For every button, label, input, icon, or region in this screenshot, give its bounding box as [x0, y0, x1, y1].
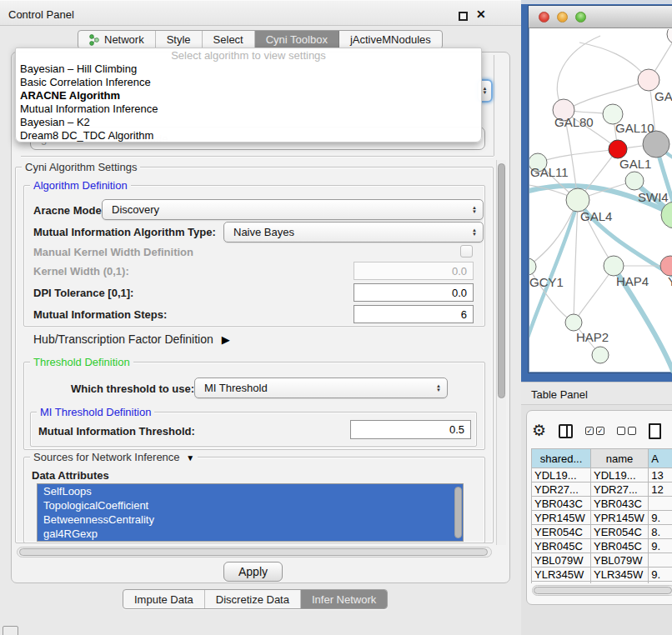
attribute-list-scrollbar[interactable]: [454, 487, 462, 538]
minimize-traffic-light[interactable]: [557, 12, 568, 22]
settings-horizontal-thumb[interactable]: [19, 548, 488, 556]
table-row[interactable]: YDR27...YDR27...12: [532, 482, 672, 497]
manual-kernel-checkbox[interactable]: [460, 245, 473, 258]
which-threshold-combo[interactable]: MI Threshold ▲▼: [194, 378, 448, 398]
table-row[interactable]: YBL079WYBL079W: [532, 553, 672, 568]
node-unlabeled-bottom[interactable]: [592, 347, 609, 363]
tab-cyni-toolbox[interactable]: Cyni Toolbox: [255, 31, 339, 48]
network-canvas[interactable]: GAL GAL80 GAL10 GAL1 GAL11 GAL4 SWI4 GCY…: [529, 29, 672, 373]
export-table-icon[interactable]: [649, 423, 661, 439]
manual-kernel-label: Manual Kernel Width Definition: [33, 246, 193, 258]
node-hap2[interactable]: [565, 314, 582, 331]
node-label: HAP4: [616, 274, 649, 288]
node-unlabeled-top[interactable]: [667, 29, 672, 44]
settings-vertical-scrollbar[interactable]: [496, 160, 506, 545]
popup-item-aracne[interactable]: ARACNE Algorithm: [16, 89, 481, 102]
hub-definition-toggle[interactable]: Hub/Transcription Factor Definition ▶: [33, 332, 230, 346]
mi-steps-label: Mutual Information Steps:: [33, 308, 167, 321]
data-attributes-label: Data Attributes: [32, 469, 109, 482]
table-row[interactable]: YLR345WYLR345W9.: [532, 568, 672, 582]
tab-style[interactable]: Style: [156, 31, 203, 48]
popup-item-dream8[interactable]: Dream8 DC_TDC Algorithm: [16, 129, 481, 142]
node-label: GAL4: [580, 209, 612, 223]
dpi-tolerance-input[interactable]: 0.0: [354, 283, 474, 302]
table-row[interactable]: YIL052CYIL052C9.: [532, 582, 672, 584]
popup-item-bayesian-hill-climbing[interactable]: Bayesian – Hill Climbing: [16, 62, 481, 76]
list-item-gal4rgexp[interactable]: gal4RGexp: [38, 527, 463, 541]
mi-steps-input[interactable]: 6: [354, 305, 474, 323]
table-horizontal-thumb[interactable]: [534, 587, 672, 594]
table-viewport: shared... name A YDL19...YDL19...13 YDR2…: [531, 448, 672, 583]
panel-grip-button[interactable]: [3, 626, 18, 635]
node-attribute-table: shared... name A YDL19...YDL19...13 YDR2…: [531, 448, 672, 583]
column-header-name[interactable]: name: [590, 449, 648, 468]
apply-button[interactable]: Apply: [223, 562, 283, 582]
sources-group-title[interactable]: Sources for Network Inference ▼: [30, 451, 198, 463]
stepper-icon: ▲▼: [472, 206, 477, 214]
mi-threshold-group-title: MI Threshold Definition: [37, 406, 154, 418]
table-row[interactable]: YDL19...YDL19...13: [532, 468, 672, 482]
node-swi4[interactable]: [625, 172, 644, 190]
tab-network-label: Network: [104, 33, 144, 46]
table-row[interactable]: YBR043CYBR043C: [532, 497, 672, 511]
close-icon[interactable]: ✕: [476, 8, 486, 21]
float-window-icon[interactable]: [459, 12, 468, 21]
list-item-selfloops[interactable]: SelfLoops: [38, 484, 463, 498]
kernel-width-input[interactable]: 0.0: [354, 262, 474, 280]
threshold-definition-title: Threshold Definition: [30, 356, 133, 368]
mi-type-combo[interactable]: Naive Bayes ▲▼: [223, 222, 484, 242]
node-label: GAL11: [530, 165, 569, 179]
network-window-titlebar[interactable]: [529, 6, 672, 28]
node-label: GAL10: [615, 121, 654, 135]
node-label: Y: [668, 274, 672, 288]
list-item-betweennesscentrality[interactable]: BetweennessCentrality: [38, 512, 463, 527]
table-row[interactable]: YPR145WYPR145W9.: [532, 511, 672, 525]
mi-threshold-input[interactable]: 0.5: [350, 420, 471, 439]
table-panel-header: Table Panel: [521, 382, 672, 405]
node-label: SWI4: [638, 190, 669, 204]
tab-discretize-data[interactable]: Discretize Data: [205, 590, 301, 608]
tab-jactivemnodules[interactable]: jActiveMNodules: [339, 31, 442, 48]
node-gal4[interactable]: [566, 188, 589, 212]
table-panel: ⚙ ✓ ✓ shared... name A YDL19...YDL19...1…: [526, 410, 672, 605]
control-panel-tabs: Network Style Select Cyni Toolbox jActiv…: [78, 30, 443, 49]
node-label: GAL80: [554, 115, 594, 129]
popup-item-mutual-information[interactable]: Mutual Information Inference: [16, 102, 481, 116]
settings-vertical-thumb[interactable]: [498, 163, 505, 398]
table-row[interactable]: YER054CYER054C8.: [532, 525, 672, 539]
background-group-border-bottom: [21, 156, 494, 158]
list-item-topologicalcoefficient[interactable]: TopologicalCoefficient: [38, 498, 463, 512]
node-gal1-red[interactable]: [609, 140, 627, 158]
control-panel-header: Control Panel ✕: [0, 0, 521, 26]
tab-select[interactable]: Select: [203, 31, 255, 48]
table-horizontal-scrollbar[interactable]: [532, 585, 672, 596]
columns-icon[interactable]: [559, 424, 573, 438]
desktop-top-strip: [521, 0, 672, 4]
close-traffic-light[interactable]: [539, 12, 549, 22]
settings-horizontal-scrollbar[interactable]: [17, 547, 492, 558]
kernel-width-label: Kernel Width (0,1):: [33, 265, 129, 278]
deselect-all-columns-icon[interactable]: [617, 427, 636, 435]
node-gal7[interactable]: [638, 69, 659, 91]
table-row[interactable]: YBR045CYBR045C9.: [532, 539, 672, 553]
which-threshold-label: Which threshold to use:: [71, 382, 194, 395]
popup-item-bayesian-k2[interactable]: Bayesian – K2: [16, 116, 481, 129]
network-view-window[interactable]: GAL GAL80 GAL10 GAL1 GAL11 GAL4 SWI4 GCY…: [528, 5, 672, 373]
popup-item-basic-correlation[interactable]: Basic Correlation Inference: [16, 76, 481, 89]
select-all-columns-icon[interactable]: ✓ ✓: [585, 427, 604, 435]
tab-infer-network[interactable]: Infer Network: [301, 590, 387, 608]
node-salmon-right[interactable]: [660, 256, 672, 276]
panel-title: Control Panel: [8, 8, 74, 21]
tab-network[interactable]: Network: [78, 31, 156, 48]
node-hap4[interactable]: [604, 256, 624, 276]
network-icon: [89, 34, 100, 46]
column-header-third[interactable]: A: [649, 449, 672, 468]
expanded-arrow-icon: ▼: [186, 453, 194, 462]
aracne-mode-label: Aracne Mode:: [33, 204, 105, 217]
aracne-mode-combo[interactable]: Discovery ▲▼: [102, 199, 484, 220]
node-label: HAP2: [576, 330, 609, 344]
zoom-traffic-light[interactable]: [575, 12, 586, 22]
tab-impute-data[interactable]: Impute Data: [123, 590, 205, 608]
gear-icon[interactable]: ⚙: [532, 422, 546, 439]
column-header-shared-name[interactable]: shared...: [532, 449, 591, 468]
